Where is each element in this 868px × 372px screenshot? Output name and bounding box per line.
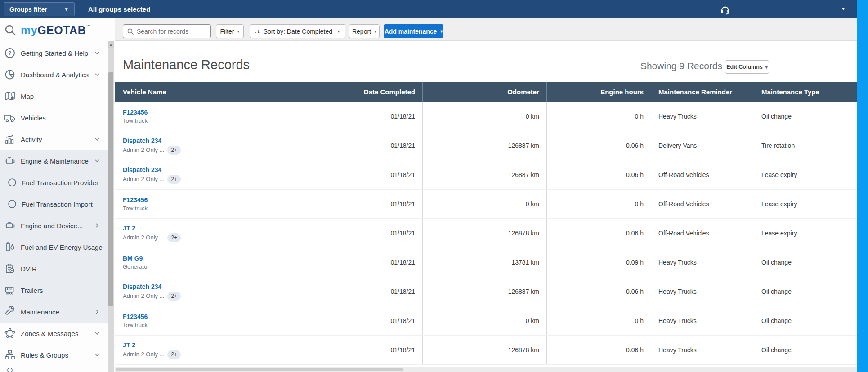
caret-down-icon[interactable]: ▾: [58, 3, 74, 16]
sidebar-item-maintenance[interactable]: Maintenance...: [0, 301, 108, 323]
report-button[interactable]: Report▾: [349, 24, 380, 38]
column-header-vehicle-name[interactable]: Vehicle Name: [115, 82, 295, 102]
table-row[interactable]: Dispatch 234 Admin 2 Only ...2+ 01/18/21…: [115, 277, 857, 306]
group-count-badge[interactable]: 2+: [167, 175, 181, 184]
column-header-date-completed[interactable]: Date Completed: [295, 82, 422, 102]
groups-filter-button[interactable]: Groups filter ▾: [4, 2, 75, 16]
date-completed-cell: 01/18/21: [295, 336, 422, 364]
column-header-odometer[interactable]: Odometer: [422, 82, 546, 102]
filter-button[interactable]: Filter▾: [216, 24, 244, 38]
sort-by-button[interactable]: Sort by: Date Completed: [250, 24, 333, 38]
odometer-cell: 0 km: [422, 190, 546, 218]
search-icon[interactable]: [4, 23, 17, 37]
sidebar-item-dashboard-analytics[interactable]: Dashboard & Analytics: [0, 64, 108, 85]
title-row: Maintenance Records Showing 9 Records Ed…: [115, 41, 857, 82]
odometer-cell: 13781 km: [422, 248, 546, 277]
mygeotab-app: Groups filter ▾ All groups selected ▾ my…: [0, 0, 868, 372]
chevron-down-icon: [94, 137, 100, 142]
maintenance-type-cell: Lease expiry: [754, 160, 857, 189]
sidebar-header: myGEOTAB™: [0, 18, 115, 42]
vehicle-link[interactable]: F123456: [123, 196, 148, 204]
caret-down-icon: ▾: [765, 65, 768, 70]
headset-icon[interactable]: [719, 3, 731, 16]
maintenance-reminder-cell: Heavy Trucks: [651, 336, 754, 364]
engine-hours-cell: 0.06 h: [546, 277, 651, 306]
maintenance-reminder-cell: Heavy Trucks: [651, 248, 754, 277]
column-header-maintenance-type[interactable]: Maintenance Type: [754, 82, 857, 102]
mygeotab-logo[interactable]: myGEOTAB™: [21, 24, 90, 37]
records-toolbar: Filter▾ Sort by: Date Completed ▾ Report…: [115, 18, 857, 41]
vehicle-groups-text: Generator: [123, 263, 149, 270]
maintenance-reminder-cell: Delivery Vans: [651, 131, 754, 160]
sidebar-item-fuel-ev-energy-usage[interactable]: Fuel and EV Energy Usage: [0, 236, 108, 258]
sidebar-item-map[interactable]: Map: [0, 85, 108, 107]
fuel-icon: [4, 241, 16, 253]
table-row[interactable]: F123456 Tow truck 01/18/21 0 km 0 h Heav…: [115, 102, 857, 131]
sidebar-item-vehicles[interactable]: Vehicles: [0, 107, 108, 128]
column-header-maintenance-reminder[interactable]: Maintenance Reminder: [651, 82, 754, 102]
scroll-up-arrow-icon[interactable]: ▲: [108, 41, 114, 48]
vehicle-link[interactable]: JT 2: [123, 341, 135, 349]
sidebar-item-activity[interactable]: Activity: [0, 128, 108, 150]
maintenance-type-cell: Oil change: [754, 306, 857, 335]
search-input-wrapper[interactable]: [123, 24, 211, 38]
vehicle-link[interactable]: Dispatch 234: [123, 166, 161, 174]
engine-hours-cell: 0.06 h: [546, 219, 651, 248]
group-count-badge[interactable]: 2+: [167, 292, 181, 301]
page-vertical-scrollbar[interactable]: [857, 0, 868, 372]
table-row[interactable]: F123456 Tow truck 01/18/21 0 km 0 h Heav…: [115, 306, 857, 336]
all-groups-selected-text: All groups selected: [88, 0, 150, 18]
add-maintenance-button[interactable]: Add maintenance▾: [384, 24, 443, 38]
sidebar-scrollbar-thumb[interactable]: [108, 72, 113, 306]
zones-icon: [4, 328, 16, 339]
sidebar-item-getting-started-help[interactable]: ? Getting Started & Help: [0, 42, 108, 64]
sidebar-scrollbar[interactable]: ▲: [108, 41, 114, 372]
record-count-text: Showing 9 Records: [640, 61, 722, 71]
vehicle-link[interactable]: F123456: [123, 313, 148, 321]
group-count-badge[interactable]: 2+: [167, 350, 181, 359]
sidebar-item-fuel-transaction-import[interactable]: Fuel Transaction Import: [0, 193, 108, 215]
svg-text:?: ?: [8, 50, 11, 57]
sidebar-item-fuel-transaction-provider[interactable]: Fuel Transaction Provider: [0, 172, 108, 193]
chevron-down-icon: [94, 158, 100, 164]
horizontal-scrollbar-thumb[interactable]: [116, 368, 403, 371]
sidebar-item-engine-maintenance[interactable]: Engine & Maintenance: [0, 150, 108, 172]
table-row[interactable]: Dispatch 234 Admin 2 Only ...2+ 01/18/21…: [115, 160, 857, 190]
sidebar-item-zones-messages[interactable]: Zones & Messages: [0, 323, 108, 344]
truck-icon: [4, 112, 16, 124]
vehicle-link[interactable]: Dispatch 234: [123, 283, 161, 291]
sidebar: myGEOTAB™ ? Getting Started & Help Dashb…: [0, 18, 115, 372]
horizontal-scrollbar[interactable]: [115, 367, 857, 372]
sort-direction-dropdown-button[interactable]: ▾: [332, 24, 345, 38]
sidebar-item-trailers[interactable]: Trailers: [0, 279, 108, 301]
engine-icon: [4, 220, 16, 231]
search-icon: [127, 28, 134, 35]
group-count-badge[interactable]: 2+: [167, 146, 181, 155]
maintenance-type-cell: Lease expiry: [754, 219, 857, 248]
table-row[interactable]: BM G9 Generator 01/18/21 13781 km 0.09 h…: [115, 248, 857, 277]
map-icon: [4, 90, 16, 102]
vehicle-link[interactable]: BM G9: [123, 254, 143, 262]
maintenance-type-cell: Tire rotation: [754, 131, 857, 160]
table-row[interactable]: JT 2 Admin 2 Only ...2+ 01/18/21 126878 …: [115, 336, 857, 365]
odometer-cell: 126878 km: [422, 336, 546, 364]
sidebar-item-engine-and-device[interactable]: Engine and Device...: [0, 215, 108, 236]
maintenance-reminder-cell: Heavy Trucks: [651, 306, 754, 335]
chevron-right-icon: [94, 223, 100, 228]
sidebar-item-rules-groups[interactable]: Rules & Groups: [0, 344, 108, 366]
table-row[interactable]: F123456 Tow truck 01/18/21 0 km 0 h Off-…: [115, 190, 857, 219]
vehicle-link[interactable]: Dispatch 234: [123, 137, 161, 145]
table-row[interactable]: Dispatch 234 Admin 2 Only ...2+ 01/18/21…: [115, 131, 857, 160]
search-input[interactable]: [137, 28, 204, 35]
clipboard-check-icon: [4, 263, 16, 275]
account-caret-down-icon[interactable]: ▾: [842, 5, 845, 12]
column-header-engine-hours[interactable]: Engine hours: [546, 82, 651, 102]
table-row[interactable]: JT 2 Admin 2 Only ...2+ 01/18/21 126878 …: [115, 219, 857, 248]
sidebar-item-dvir[interactable]: DVIR: [0, 258, 108, 279]
group-count-badge[interactable]: 2+: [167, 233, 181, 242]
edit-columns-button[interactable]: Edit Columns▾: [725, 60, 769, 74]
vehicle-link[interactable]: F123456: [123, 108, 148, 116]
maintenance-reminder-cell: Heavy Trucks: [651, 277, 754, 306]
date-completed-cell: 01/18/21: [295, 306, 422, 335]
vehicle-link[interactable]: JT 2: [123, 224, 135, 232]
